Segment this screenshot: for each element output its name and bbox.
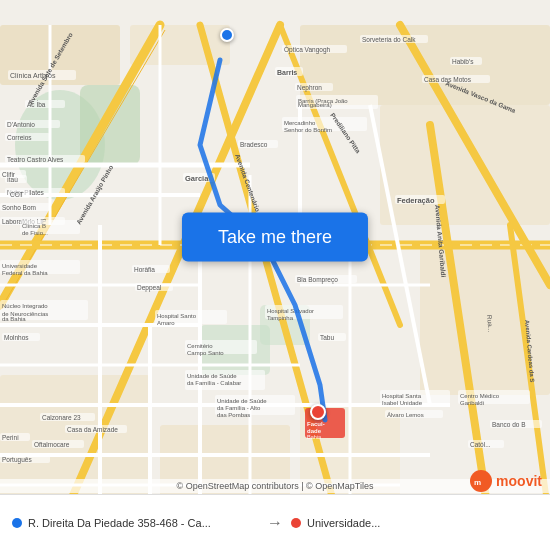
svg-text:Nephron: Nephron bbox=[297, 84, 322, 92]
svg-text:Casa da Amizade: Casa da Amizade bbox=[67, 426, 118, 433]
map-container: Clínica Arthros Ac İba D'Antonio Correio… bbox=[0, 0, 550, 550]
svg-text:Teatro Castro Alves: Teatro Castro Alves bbox=[7, 156, 64, 163]
svg-text:Habib's: Habib's bbox=[452, 58, 474, 65]
svg-text:Tampinha: Tampinha bbox=[267, 315, 294, 321]
svg-text:Garcia: Garcia bbox=[185, 174, 209, 183]
svg-text:Hospital Santo: Hospital Santo bbox=[157, 313, 197, 319]
svg-text:D'Antonio: D'Antonio bbox=[7, 121, 35, 128]
svg-text:Unidade de Saúde: Unidade de Saúde bbox=[187, 373, 237, 379]
from-text: R. Direita Da Piedade 358-468 - Ca... bbox=[28, 517, 211, 529]
moovit-logo: m moovit bbox=[470, 470, 542, 492]
origin-dot bbox=[12, 518, 22, 528]
svg-text:Hospital Salvador: Hospital Salvador bbox=[267, 308, 314, 314]
svg-text:Perini: Perini bbox=[2, 434, 19, 441]
svg-text:Banco do B: Banco do B bbox=[492, 421, 526, 428]
svg-text:Cemitério: Cemitério bbox=[187, 343, 213, 349]
route-arrow: → bbox=[267, 514, 283, 532]
svg-text:m: m bbox=[474, 478, 481, 487]
svg-text:Isabel Unidade: Isabel Unidade bbox=[382, 400, 423, 406]
svg-text:Amaro: Amaro bbox=[157, 320, 175, 326]
origin-pin bbox=[220, 28, 234, 42]
svg-text:Barris: Barris bbox=[277, 69, 297, 76]
bottom-navigation-bar: R. Direita Da Piedade 358-468 - Ca... → … bbox=[0, 494, 550, 550]
svg-text:COT: COT bbox=[10, 191, 24, 198]
svg-text:Molnhos: Molnhos bbox=[4, 334, 29, 341]
svg-text:da Bahia: da Bahia bbox=[2, 316, 26, 322]
destination-dot bbox=[291, 518, 301, 528]
svg-text:Catól...: Catól... bbox=[470, 441, 491, 448]
svg-text:Núcleo Integrado: Núcleo Integrado bbox=[2, 303, 48, 309]
moovit-text: moovit bbox=[496, 473, 542, 489]
svg-text:Hospital Santa: Hospital Santa bbox=[382, 393, 422, 399]
svg-text:Correios: Correios bbox=[7, 134, 32, 141]
svg-text:Senhor do Bonfim: Senhor do Bonfim bbox=[284, 127, 332, 133]
svg-text:Bradesco: Bradesco bbox=[240, 141, 268, 148]
svg-text:Unidade de Saúde: Unidade de Saúde bbox=[217, 398, 267, 404]
svg-text:Deppeal: Deppeal bbox=[137, 284, 162, 292]
svg-text:Horàfia: Horàfia bbox=[134, 266, 155, 273]
svg-text:de Fisio...: de Fisio... bbox=[22, 230, 48, 236]
svg-text:Sorveteria do Calk: Sorveteria do Calk bbox=[362, 36, 416, 43]
map-attribution: © OpenStreetMap contributors | © OpenMap… bbox=[0, 479, 550, 493]
take-me-there-button[interactable]: Take me there bbox=[182, 212, 368, 261]
svg-text:Oftalmocare: Oftalmocare bbox=[34, 441, 70, 448]
to-text: Universidade... bbox=[307, 517, 380, 529]
route-to: Universidade... bbox=[291, 517, 538, 529]
svg-text:Clifir: Clifir bbox=[2, 171, 16, 178]
svg-text:Calzonare 23: Calzonare 23 bbox=[42, 414, 81, 421]
route-from: R. Direita Da Piedade 358-468 - Ca... bbox=[12, 517, 259, 529]
svg-text:Álvaro Lemos: Álvaro Lemos bbox=[387, 412, 424, 418]
svg-text:das Pombas: das Pombas bbox=[217, 412, 250, 418]
svg-text:Bahia: Bahia bbox=[307, 434, 322, 440]
svg-text:Português: Português bbox=[2, 456, 32, 464]
map-background: Clínica Arthros Ac İba D'Antonio Correio… bbox=[0, 0, 550, 550]
svg-text:Clínica B: Clínica B bbox=[22, 223, 46, 229]
svg-text:da Família - Alto: da Família - Alto bbox=[217, 405, 261, 411]
svg-text:Mercadinho: Mercadinho bbox=[284, 120, 316, 126]
svg-text:Sonho Bom: Sonho Bom bbox=[2, 204, 36, 211]
svg-text:Óptica Vangogh: Óptica Vangogh bbox=[284, 45, 331, 54]
svg-text:Federação: Federação bbox=[397, 196, 435, 205]
svg-text:Campo Santo: Campo Santo bbox=[187, 350, 224, 356]
svg-text:da Família - Calabar: da Família - Calabar bbox=[187, 380, 241, 386]
svg-text:Federal da Bahia: Federal da Bahia bbox=[2, 270, 48, 276]
svg-rect-8 bbox=[380, 105, 550, 225]
svg-text:Universidade: Universidade bbox=[2, 263, 38, 269]
svg-text:Tabu: Tabu bbox=[320, 334, 334, 341]
svg-text:Mangabeira): Mangabeira) bbox=[298, 102, 332, 108]
svg-text:Facul-: Facul- bbox=[307, 421, 325, 427]
svg-text:Bla Bompreço: Bla Bompreço bbox=[297, 276, 338, 284]
svg-text:Centro Médico: Centro Médico bbox=[460, 393, 500, 399]
destination-pin bbox=[310, 404, 326, 420]
svg-text:Garibaldi: Garibaldi bbox=[460, 400, 484, 406]
